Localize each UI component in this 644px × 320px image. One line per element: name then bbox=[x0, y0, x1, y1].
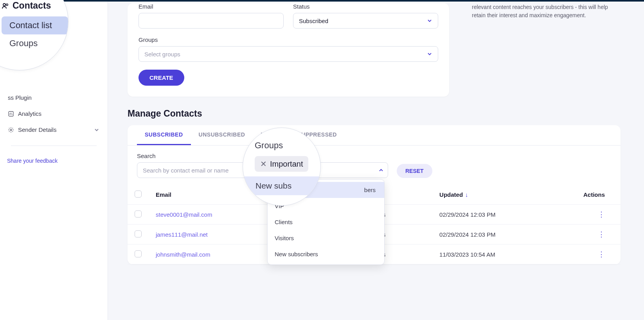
col-updated[interactable]: Updated↓ bbox=[432, 185, 548, 205]
status-select[interactable]: Subscribed bbox=[293, 13, 438, 29]
groups-field-label: Groups bbox=[139, 36, 438, 43]
svg-point-1 bbox=[10, 129, 12, 130]
sort-desc-icon: ↓ bbox=[465, 191, 468, 198]
chevron-down-icon bbox=[427, 51, 432, 57]
groups-placeholder: Select groups bbox=[144, 51, 180, 58]
zoom-sidebar-groups[interactable]: Groups bbox=[2, 34, 68, 52]
chevron-down-icon bbox=[427, 18, 432, 23]
tab-subscribed[interactable]: SUBSCRIBED bbox=[137, 125, 191, 145]
search-label: Search bbox=[137, 153, 258, 159]
row-updated: 02/29/2024 12:03 PM bbox=[439, 231, 495, 238]
create-button[interactable]: CREATE bbox=[139, 70, 184, 86]
manage-contacts-title: Manage Contacts bbox=[128, 108, 621, 119]
sidebar-plugin-suffix: ss Plugin bbox=[8, 94, 32, 101]
sidebar-item-sender-details[interactable]: Sender Details bbox=[0, 122, 108, 138]
status-field-label: Status bbox=[293, 3, 438, 10]
email-input[interactable] bbox=[139, 13, 284, 29]
svg-point-3 bbox=[6, 4, 8, 5]
row-checkbox[interactable] bbox=[135, 210, 142, 218]
row-updated: 11/03/2023 10:54 AM bbox=[439, 251, 495, 258]
chevron-down-icon bbox=[94, 127, 100, 133]
row-actions-button[interactable]: ⋮ bbox=[548, 244, 621, 264]
row-checkbox[interactable] bbox=[135, 250, 142, 257]
chip-remove-icon[interactable]: ✕ bbox=[260, 159, 267, 169]
analytics-icon bbox=[8, 111, 14, 117]
zoom-groups-chip: ✕ Important bbox=[255, 156, 308, 172]
status-select-value: Subscribed bbox=[299, 18, 328, 24]
col-email[interactable]: Email bbox=[149, 185, 265, 205]
sender-details-label: Sender Details bbox=[18, 126, 56, 133]
select-all-checkbox[interactable] bbox=[135, 191, 142, 198]
row-updated: 02/29/2024 12:03 PM bbox=[439, 211, 495, 218]
zoom-dropdown-new-subs[interactable]: New subs bbox=[243, 176, 320, 195]
email-link[interactable]: steve0001@mail.com bbox=[156, 211, 212, 218]
feedback-label: Share your feedback bbox=[7, 158, 58, 164]
chevron-up-icon bbox=[378, 167, 384, 173]
sidebar-divider bbox=[11, 146, 97, 146]
share-feedback-link[interactable]: Share your feedback bbox=[0, 158, 108, 164]
dropdown-item-visitors[interactable]: Visitors bbox=[268, 230, 384, 246]
email-link[interactable]: johnsmith@mail.com bbox=[156, 251, 210, 258]
tab-unsubscribed[interactable]: UNSUBSCRIBED bbox=[191, 125, 253, 145]
row-actions-button[interactable]: ⋮ bbox=[548, 225, 621, 244]
sidebar-item-analytics[interactable]: Analytics bbox=[0, 106, 108, 122]
email-field-label: Email bbox=[139, 3, 284, 10]
row-checkbox[interactable] bbox=[135, 230, 142, 237]
info-text: relevant content reaches your subscriber… bbox=[456, 3, 621, 97]
col-actions: Actions bbox=[548, 185, 621, 205]
search-input[interactable] bbox=[137, 162, 258, 178]
create-button-label: CREATE bbox=[149, 74, 173, 81]
dropdown-item-clients[interactable]: Clients bbox=[268, 214, 384, 230]
gear-icon bbox=[8, 127, 14, 133]
reset-button[interactable]: RESET bbox=[397, 164, 432, 178]
analytics-label: Analytics bbox=[18, 110, 41, 117]
zoom-chip-label: Important bbox=[270, 160, 303, 169]
row-actions-button[interactable]: ⋮ bbox=[548, 205, 621, 225]
dropdown-item-new-subscribers[interactable]: New subscribers bbox=[268, 246, 384, 262]
sidebar-item-plugin[interactable]: ss Plugin bbox=[0, 90, 108, 106]
contacts-icon bbox=[2, 2, 9, 10]
svg-point-2 bbox=[3, 4, 5, 6]
zoom-groups-label: Groups bbox=[255, 140, 320, 151]
groups-select[interactable]: Select groups bbox=[139, 46, 438, 62]
zoom-lens-groups-filter: Groups ✕ Important New subs bbox=[243, 128, 321, 206]
zoom-sidebar-contacts-heading: Contacts bbox=[2, 0, 68, 11]
email-link[interactable]: james111@mail.net bbox=[156, 231, 208, 238]
zoom-sidebar-contact-list[interactable]: Contact list bbox=[2, 16, 68, 34]
